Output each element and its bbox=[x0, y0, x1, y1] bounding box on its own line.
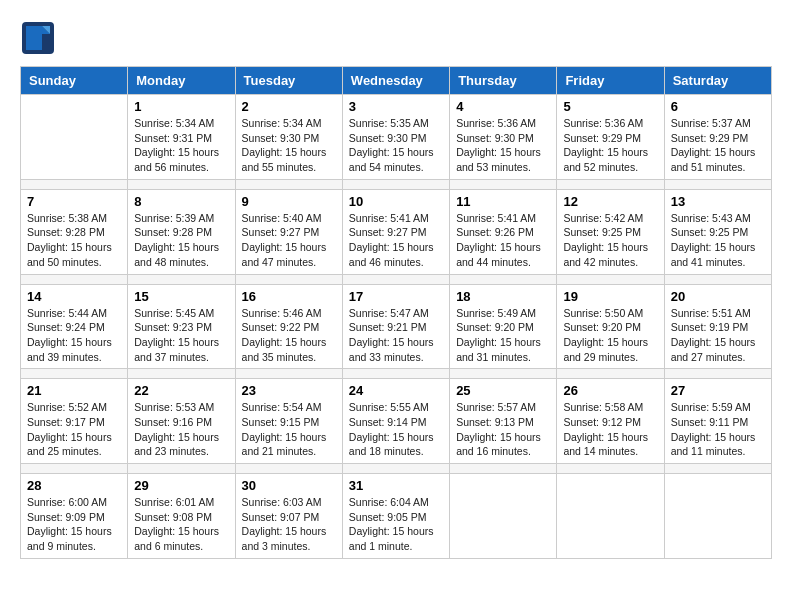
day-info: Sunrise: 5:51 AM Sunset: 9:19 PM Dayligh… bbox=[671, 306, 765, 365]
day-number: 30 bbox=[242, 478, 336, 493]
calendar-header-row: SundayMondayTuesdayWednesdayThursdayFrid… bbox=[21, 67, 772, 95]
separator-cell bbox=[342, 369, 449, 379]
day-number: 28 bbox=[27, 478, 121, 493]
day-info: Sunrise: 6:04 AM Sunset: 9:05 PM Dayligh… bbox=[349, 495, 443, 554]
day-info: Sunrise: 5:46 AM Sunset: 9:22 PM Dayligh… bbox=[242, 306, 336, 365]
day-number: 26 bbox=[563, 383, 657, 398]
calendar-day-cell: 4Sunrise: 5:36 AM Sunset: 9:30 PM Daylig… bbox=[450, 95, 557, 180]
calendar-day-cell: 24Sunrise: 5:55 AM Sunset: 9:14 PM Dayli… bbox=[342, 379, 449, 464]
calendar-day-cell: 19Sunrise: 5:50 AM Sunset: 9:20 PM Dayli… bbox=[557, 284, 664, 369]
day-info: Sunrise: 5:40 AM Sunset: 9:27 PM Dayligh… bbox=[242, 211, 336, 270]
separator-cell bbox=[342, 274, 449, 284]
day-number: 12 bbox=[563, 194, 657, 209]
calendar-day-cell: 15Sunrise: 5:45 AM Sunset: 9:23 PM Dayli… bbox=[128, 284, 235, 369]
separator-cell bbox=[342, 179, 449, 189]
day-info: Sunrise: 5:37 AM Sunset: 9:29 PM Dayligh… bbox=[671, 116, 765, 175]
separator-cell bbox=[128, 369, 235, 379]
day-number: 17 bbox=[349, 289, 443, 304]
week-separator-row bbox=[21, 179, 772, 189]
day-info: Sunrise: 5:49 AM Sunset: 9:20 PM Dayligh… bbox=[456, 306, 550, 365]
day-info: Sunrise: 5:41 AM Sunset: 9:27 PM Dayligh… bbox=[349, 211, 443, 270]
calendar-day-cell bbox=[21, 95, 128, 180]
week-separator-row bbox=[21, 464, 772, 474]
calendar-day-cell bbox=[450, 474, 557, 559]
calendar-week-row: 14Sunrise: 5:44 AM Sunset: 9:24 PM Dayli… bbox=[21, 284, 772, 369]
separator-cell bbox=[21, 464, 128, 474]
calendar-week-row: 1Sunrise: 5:34 AM Sunset: 9:31 PM Daylig… bbox=[21, 95, 772, 180]
calendar-day-cell: 21Sunrise: 5:52 AM Sunset: 9:17 PM Dayli… bbox=[21, 379, 128, 464]
day-of-week-header: Tuesday bbox=[235, 67, 342, 95]
day-number: 25 bbox=[456, 383, 550, 398]
day-info: Sunrise: 5:45 AM Sunset: 9:23 PM Dayligh… bbox=[134, 306, 228, 365]
day-info: Sunrise: 5:41 AM Sunset: 9:26 PM Dayligh… bbox=[456, 211, 550, 270]
separator-cell bbox=[128, 274, 235, 284]
day-info: Sunrise: 5:35 AM Sunset: 9:30 PM Dayligh… bbox=[349, 116, 443, 175]
separator-cell bbox=[664, 274, 771, 284]
calendar-week-row: 7Sunrise: 5:38 AM Sunset: 9:28 PM Daylig… bbox=[21, 189, 772, 274]
calendar-day-cell: 9Sunrise: 5:40 AM Sunset: 9:27 PM Daylig… bbox=[235, 189, 342, 274]
day-of-week-header: Sunday bbox=[21, 67, 128, 95]
week-separator-row bbox=[21, 274, 772, 284]
separator-cell bbox=[664, 369, 771, 379]
day-info: Sunrise: 5:34 AM Sunset: 9:31 PM Dayligh… bbox=[134, 116, 228, 175]
week-separator-row bbox=[21, 369, 772, 379]
day-number: 10 bbox=[349, 194, 443, 209]
day-number: 27 bbox=[671, 383, 765, 398]
calendar-week-row: 28Sunrise: 6:00 AM Sunset: 9:09 PM Dayli… bbox=[21, 474, 772, 559]
calendar-day-cell: 2Sunrise: 5:34 AM Sunset: 9:30 PM Daylig… bbox=[235, 95, 342, 180]
day-of-week-header: Saturday bbox=[664, 67, 771, 95]
separator-cell bbox=[450, 369, 557, 379]
day-info: Sunrise: 5:44 AM Sunset: 9:24 PM Dayligh… bbox=[27, 306, 121, 365]
separator-cell bbox=[21, 179, 128, 189]
calendar-day-cell: 23Sunrise: 5:54 AM Sunset: 9:15 PM Dayli… bbox=[235, 379, 342, 464]
calendar-day-cell: 30Sunrise: 6:03 AM Sunset: 9:07 PM Dayli… bbox=[235, 474, 342, 559]
calendar-day-cell: 31Sunrise: 6:04 AM Sunset: 9:05 PM Dayli… bbox=[342, 474, 449, 559]
calendar-day-cell: 18Sunrise: 5:49 AM Sunset: 9:20 PM Dayli… bbox=[450, 284, 557, 369]
calendar-day-cell: 25Sunrise: 5:57 AM Sunset: 9:13 PM Dayli… bbox=[450, 379, 557, 464]
day-number: 20 bbox=[671, 289, 765, 304]
day-info: Sunrise: 5:39 AM Sunset: 9:28 PM Dayligh… bbox=[134, 211, 228, 270]
day-of-week-header: Thursday bbox=[450, 67, 557, 95]
day-number: 1 bbox=[134, 99, 228, 114]
day-number: 7 bbox=[27, 194, 121, 209]
calendar-day-cell: 13Sunrise: 5:43 AM Sunset: 9:25 PM Dayli… bbox=[664, 189, 771, 274]
separator-cell bbox=[557, 179, 664, 189]
day-info: Sunrise: 5:43 AM Sunset: 9:25 PM Dayligh… bbox=[671, 211, 765, 270]
calendar-day-cell: 12Sunrise: 5:42 AM Sunset: 9:25 PM Dayli… bbox=[557, 189, 664, 274]
day-number: 19 bbox=[563, 289, 657, 304]
calendar-day-cell: 5Sunrise: 5:36 AM Sunset: 9:29 PM Daylig… bbox=[557, 95, 664, 180]
separator-cell bbox=[21, 274, 128, 284]
separator-cell bbox=[128, 179, 235, 189]
day-number: 16 bbox=[242, 289, 336, 304]
separator-cell bbox=[557, 274, 664, 284]
calendar-day-cell bbox=[557, 474, 664, 559]
day-number: 6 bbox=[671, 99, 765, 114]
separator-cell bbox=[235, 274, 342, 284]
separator-cell bbox=[664, 179, 771, 189]
day-info: Sunrise: 5:58 AM Sunset: 9:12 PM Dayligh… bbox=[563, 400, 657, 459]
day-info: Sunrise: 5:54 AM Sunset: 9:15 PM Dayligh… bbox=[242, 400, 336, 459]
day-number: 14 bbox=[27, 289, 121, 304]
calendar-day-cell: 27Sunrise: 5:59 AM Sunset: 9:11 PM Dayli… bbox=[664, 379, 771, 464]
day-info: Sunrise: 6:00 AM Sunset: 9:09 PM Dayligh… bbox=[27, 495, 121, 554]
calendar-day-cell: 22Sunrise: 5:53 AM Sunset: 9:16 PM Dayli… bbox=[128, 379, 235, 464]
calendar-day-cell: 3Sunrise: 5:35 AM Sunset: 9:30 PM Daylig… bbox=[342, 95, 449, 180]
separator-cell bbox=[450, 179, 557, 189]
separator-cell bbox=[235, 369, 342, 379]
calendar-day-cell: 7Sunrise: 5:38 AM Sunset: 9:28 PM Daylig… bbox=[21, 189, 128, 274]
calendar-day-cell: 14Sunrise: 5:44 AM Sunset: 9:24 PM Dayli… bbox=[21, 284, 128, 369]
day-info: Sunrise: 5:47 AM Sunset: 9:21 PM Dayligh… bbox=[349, 306, 443, 365]
day-number: 9 bbox=[242, 194, 336, 209]
day-number: 18 bbox=[456, 289, 550, 304]
separator-cell bbox=[450, 274, 557, 284]
calendar-day-cell: 11Sunrise: 5:41 AM Sunset: 9:26 PM Dayli… bbox=[450, 189, 557, 274]
separator-cell bbox=[557, 369, 664, 379]
day-number: 11 bbox=[456, 194, 550, 209]
calendar-day-cell: 1Sunrise: 5:34 AM Sunset: 9:31 PM Daylig… bbox=[128, 95, 235, 180]
day-info: Sunrise: 5:53 AM Sunset: 9:16 PM Dayligh… bbox=[134, 400, 228, 459]
day-number: 22 bbox=[134, 383, 228, 398]
separator-cell bbox=[450, 464, 557, 474]
separator-cell bbox=[557, 464, 664, 474]
day-info: Sunrise: 5:38 AM Sunset: 9:28 PM Dayligh… bbox=[27, 211, 121, 270]
day-number: 24 bbox=[349, 383, 443, 398]
